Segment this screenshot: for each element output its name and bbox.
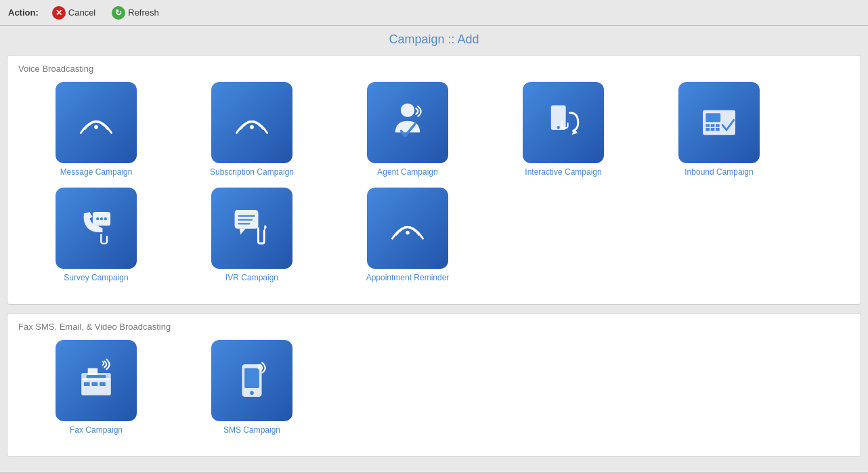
action-bar: Action: ✕ Cancel ↻ Refresh [0, 0, 868, 26]
cancel-icon: ✕ [52, 6, 66, 20]
refresh-label: Refresh [128, 7, 159, 18]
campaign-icon-fax-campaign [56, 340, 137, 421]
svg-rect-13 [716, 128, 720, 131]
svg-rect-11 [706, 128, 710, 131]
refresh-button[interactable]: ↻ Refresh [109, 5, 162, 21]
campaign-icon-message-campaign [56, 82, 137, 163]
campaign-item-message-campaign[interactable]: Message Campaign [18, 82, 174, 177]
campaign-label-appointment-reminder: Appointment Reminder [366, 273, 450, 282]
campaign-item-subscription-campaign[interactable]: Subscription Campaign [174, 82, 330, 177]
svg-point-4 [557, 126, 560, 129]
section-title-fax-sms-email-video: Fax SMS, Email, & Video Broadcasting [18, 322, 850, 332]
campaign-icon-interactive-campaign [523, 82, 604, 163]
campaign-icon-sms-campaign [211, 340, 292, 421]
campaign-item-survey-campaign[interactable]: Survey Campaign [18, 188, 174, 282]
svg-rect-33 [244, 368, 259, 388]
svg-point-0 [94, 125, 98, 129]
svg-rect-30 [100, 382, 106, 386]
svg-rect-7 [706, 113, 720, 122]
svg-point-16 [96, 217, 99, 220]
campaign-item-ivr-campaign[interactable]: IVR Campaign [174, 188, 330, 282]
cancel-button[interactable]: ✕ Cancel [49, 5, 98, 21]
campaign-item-agent-campaign[interactable]: Agent Campaign [330, 82, 485, 177]
page-title: Campaign :: Add [7, 33, 861, 47]
campaign-label-agent-campaign: Agent Campaign [377, 167, 437, 177]
campaign-item-fax-campaign[interactable]: Fax Campaign [18, 340, 174, 435]
campaign-icon-appointment-reminder [367, 188, 448, 269]
svg-point-17 [100, 217, 103, 220]
campaign-label-message-campaign: Message Campaign [60, 167, 133, 177]
campaign-item-sms-campaign[interactable]: SMS Campaign [174, 340, 330, 435]
campaign-label-interactive-campaign: Interactive Campaign [525, 167, 601, 177]
page-content: Campaign :: Add Voice Broadcasting Messa… [0, 26, 868, 472]
campaign-icon-survey-campaign [56, 188, 137, 269]
svg-rect-29 [91, 382, 97, 386]
campaign-label-sms-campaign: SMS Campaign [223, 425, 280, 435]
campaign-item-appointment-reminder[interactable]: Appointment Reminder [330, 188, 485, 282]
campaign-label-fax-campaign: Fax Campaign [70, 425, 123, 435]
campaign-label-subscription-campaign: Subscription Campaign [210, 167, 294, 177]
campaign-icon-ivr-campaign [211, 188, 292, 269]
campaign-icon-subscription-campaign [211, 82, 292, 163]
svg-rect-9 [711, 124, 715, 127]
svg-point-24 [406, 231, 410, 235]
campaign-grid-voice-broadcasting: Message Campaign Subscription Campaign A… [18, 82, 850, 293]
svg-rect-28 [84, 382, 90, 386]
campaign-icon-inbound-campaign [678, 82, 760, 163]
svg-point-1 [250, 125, 254, 129]
action-label: Action: [8, 7, 39, 18]
campaign-grid-fax-sms-email-video: Fax Campaign SMS Campaign [18, 340, 850, 446]
section-fax-sms-email-video: Fax SMS, Email, & Video Broadcasting Fax… [7, 313, 861, 457]
svg-rect-12 [711, 128, 715, 131]
campaign-item-interactive-campaign[interactable]: Interactive Campaign [485, 82, 641, 177]
svg-rect-8 [706, 124, 710, 127]
cancel-label: Cancel [68, 7, 95, 18]
svg-rect-27 [86, 375, 106, 378]
svg-marker-20 [240, 229, 246, 235]
section-voice-broadcasting: Voice Broadcasting Message Campaign Subs… [7, 55, 861, 305]
svg-point-18 [104, 217, 107, 220]
svg-point-34 [250, 391, 254, 395]
svg-marker-5 [571, 129, 578, 135]
campaign-item-inbound-campaign[interactable]: Inbound Campaign [641, 82, 797, 177]
svg-rect-10 [716, 124, 720, 127]
campaign-label-survey-campaign: Survey Campaign [64, 273, 128, 282]
svg-rect-31 [88, 368, 98, 375]
svg-point-2 [401, 104, 414, 117]
campaign-label-inbound-campaign: Inbound Campaign [685, 167, 753, 177]
sections-container: Voice Broadcasting Message Campaign Subs… [7, 55, 861, 457]
section-title-voice-broadcasting: Voice Broadcasting [18, 64, 850, 74]
svg-rect-25 [81, 378, 111, 395]
campaign-label-ivr-campaign: IVR Campaign [225, 273, 278, 282]
refresh-icon: ↻ [112, 6, 125, 20]
campaign-icon-agent-campaign [367, 82, 448, 163]
